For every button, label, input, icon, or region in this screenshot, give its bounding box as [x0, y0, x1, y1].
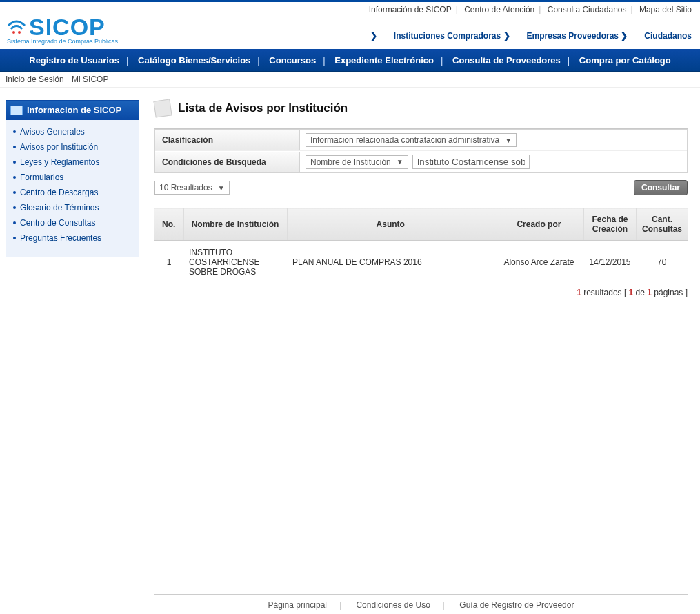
top-link-atencion[interactable]: Centro de Atención [464, 5, 534, 14]
role-link-empresas[interactable]: Empresas Proveedoras [527, 31, 619, 41]
busqueda-select-value: Nombre de Institución [310, 157, 391, 167]
footer-link-condiciones[interactable]: Condiciones de Uso [356, 600, 430, 610]
breadcrumb-inicio[interactable]: Inicio de Sesión [6, 75, 64, 84]
consultar-button[interactable]: Consultar [634, 180, 688, 195]
bullet-icon [13, 221, 16, 224]
sidebar-item-avisos-institucion[interactable]: Avisos por Institución [13, 139, 132, 155]
pager-tot[interactable]: 1 [647, 288, 652, 297]
filter-box: Clasificación Informacion relacionada co… [154, 129, 688, 173]
svg-point-1 [18, 31, 21, 34]
nav-compra[interactable]: Compra por Catálogo [572, 55, 678, 66]
cell-no: 1 [154, 241, 183, 284]
sidebar-item-leyes[interactable]: Leyes y Reglamentos [13, 155, 132, 170]
col-creado: Creado por [494, 208, 583, 241]
nav-registro[interactable]: Registro de Usuarios [22, 55, 126, 66]
logo-text: SICOP [29, 16, 106, 38]
sidebar-item-label: Centro de Consultas [20, 218, 95, 228]
bullet-icon [13, 130, 16, 133]
sidebar-item-descargas[interactable]: Centro de Descargas [13, 185, 132, 200]
sidebar-item-label: Formularios [20, 172, 63, 182]
cell-asunto-link[interactable]: PLAN ANUAL DE COMPRAS 2016 [287, 241, 494, 284]
col-cant: Cant. Consultas [637, 208, 688, 241]
busqueda-input[interactable] [412, 155, 530, 169]
sidebar-item-avisos-generales[interactable]: Avisos Generales [13, 124, 132, 139]
action-row: 10 Resultados ▼ Consultar [154, 180, 688, 195]
bullet-icon [13, 191, 16, 194]
sidebar-item-label: Preguntas Frecuentes [20, 233, 101, 243]
cell-creador: Alonso Arce Zarate [494, 241, 583, 284]
top-link-mapa[interactable]: Mapa del Sitio [639, 5, 692, 14]
results-table: No. Nombre de Institución Asunto Creado … [154, 208, 688, 284]
chevron-down-icon: ▼ [397, 158, 403, 166]
breadcrumb-misicop[interactable]: Mi SICOP [72, 75, 108, 84]
wifi-icon [7, 16, 26, 38]
card-icon [10, 106, 23, 115]
sidebar-item-label: Centro de Descargas [20, 188, 98, 197]
page-size-value: 10 Resultados [159, 183, 212, 192]
top-link-info[interactable]: Información de SICOP [369, 5, 452, 14]
bullet-icon [13, 176, 16, 179]
bullet-icon [13, 161, 16, 164]
sidebar-item-glosario[interactable]: Glosario de Términos [13, 200, 132, 215]
sidebar-item-label: Avisos por Institución [20, 142, 98, 152]
sidebar-title: Informacion de SICOP [27, 105, 121, 115]
nav-expediente[interactable]: Expediente Electrónico [328, 55, 441, 66]
role-link-instituciones[interactable]: Instituciones Compradoras [394, 31, 501, 41]
sidebar-item-label: Glosario de Términos [20, 203, 99, 212]
logo-tagline: Sistema Integrado de Compras Publicas [7, 38, 118, 45]
footer-links: Página principal| Condiciones de Uso| Gu… [154, 595, 688, 614]
pager-tail: páginas ] [652, 288, 688, 297]
cell-inst: INSTITUTO COSTARRICENSE SOBRE DROGAS [183, 241, 287, 284]
pager-count: 1 [577, 288, 581, 297]
col-inst: Nombre de Institución [183, 208, 287, 241]
table-row: 1 INSTITUTO COSTARRICENSE SOBRE DROGAS P… [154, 241, 688, 284]
sidebar-item-label: Leyes y Reglamentos [20, 157, 99, 167]
bullet-icon [13, 206, 16, 209]
header: SICOP Sistema Integrado de Compras Publi… [0, 16, 700, 49]
cell-cant: 70 [637, 241, 688, 284]
page-title: Lista de Avisos por Institución [178, 101, 348, 115]
bullet-icon [13, 146, 16, 148]
page-title-row: Lista de Avisos por Institución [154, 100, 688, 117]
sidebar-item-label: Avisos Generales [20, 127, 85, 137]
page-size-select[interactable]: 10 Resultados ▼ [154, 181, 230, 195]
chevron-right-icon: ❯ [621, 31, 628, 41]
chevron-down-icon: ▼ [505, 137, 512, 144]
top-link-consulta[interactable]: Consulta Ciudadanos [548, 5, 627, 14]
breadcrumb: Inicio de Sesión Mi SICOP [0, 72, 700, 88]
svg-point-0 [12, 31, 15, 34]
col-no: No. [154, 208, 183, 241]
clasificacion-select[interactable]: Informacion relacionada contratacion adm… [306, 133, 517, 147]
filter-label-clasificacion: Clasificación [155, 130, 300, 150]
role-link-ciudadanos[interactable]: Ciudadanos [644, 31, 692, 41]
logo[interactable]: SICOP Sistema Integrado de Compras Publi… [7, 16, 118, 45]
chevron-down-icon: ▼ [218, 184, 225, 192]
filter-label-condiciones: Condiciones de Búsqueda [155, 152, 300, 172]
busqueda-select[interactable]: Nombre de Institución ▼ [306, 155, 408, 169]
sidebar-item-formularios[interactable]: Formularios [13, 170, 132, 185]
chevron-right-icon: ❯ [370, 31, 377, 41]
sidebar-header: Informacion de SICOP [6, 100, 139, 120]
note-icon [153, 99, 172, 117]
nav-catalogo[interactable]: Catálogo Bienes/Servicios [131, 55, 257, 66]
cell-fecha: 14/12/2015 [583, 241, 636, 284]
pager-text1: resultados [ [581, 288, 629, 297]
sidebar: Informacion de SICOP Avisos Generales Av… [6, 100, 139, 257]
nav-proveedores[interactable]: Consulta de Proveedores [446, 55, 568, 66]
content: Lista de Avisos por Institución Clasific… [139, 100, 700, 614]
footer-link-guia[interactable]: Guía de Registro de Proveedor [459, 600, 574, 610]
footer-link-principal[interactable]: Página principal [268, 600, 327, 610]
nav-concursos[interactable]: Concursos [262, 55, 323, 66]
col-fecha: Fecha de Creación [583, 208, 636, 241]
clasificacion-value: Informacion relacionada contratacion adm… [310, 135, 499, 145]
chevron-right-icon: ❯ [503, 31, 510, 41]
sidebar-item-consultas[interactable]: Centro de Consultas [13, 215, 132, 230]
sidebar-item-preguntas[interactable]: Preguntas Frecuentes [13, 230, 132, 246]
role-links: ❯Instituciones Compradoras ❯Empresas Pro… [118, 31, 692, 45]
bullet-icon [13, 237, 16, 239]
pager-mid: de [633, 288, 647, 297]
pager: 1 resultados [ 1 de 1 páginas ] [154, 288, 688, 297]
col-asunto: Asunto [287, 208, 494, 241]
main-nav: Registro de Usuarios| Catálogo Bienes/Se… [0, 49, 700, 72]
